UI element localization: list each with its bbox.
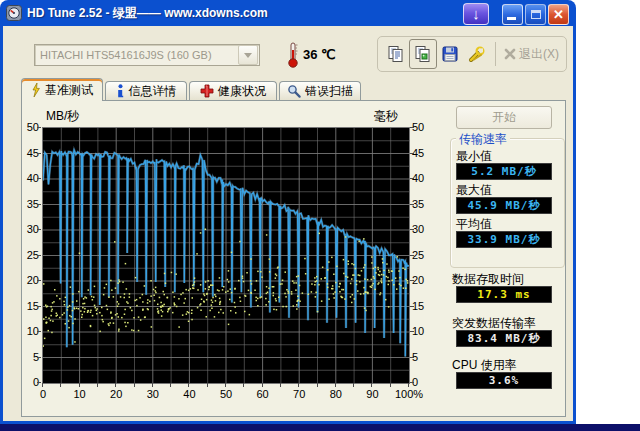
- x-axis-tick-label: 30: [136, 388, 170, 400]
- left-axis-tick: [37, 204, 41, 205]
- right-axis-tick: [410, 357, 414, 358]
- right-axis-tick: [410, 255, 414, 256]
- drive-selector-value: HITACHI HTS541616J9S (160 GB): [35, 49, 238, 61]
- right-axis-tick: [410, 127, 414, 128]
- right-axis-tick-label: 50: [412, 121, 438, 133]
- x-axis-tick: [225, 383, 226, 387]
- copy-screenshot-button[interactable]: [409, 39, 436, 69]
- chevron-down-icon: [244, 53, 252, 58]
- right-axis-tick: [410, 178, 414, 179]
- left-axis-title: MB/秒: [46, 108, 79, 125]
- x-axis-tick: [188, 383, 189, 387]
- combo-dropdown-button[interactable]: [238, 45, 258, 65]
- benchmark-plot-canvas: [43, 128, 409, 383]
- tab-benchmark-label: 基准测试: [45, 82, 93, 99]
- x-axis-tick: [371, 383, 372, 387]
- copy-icon: [387, 45, 405, 63]
- x-axis-tick: [170, 383, 171, 387]
- min-value-display: 5.2 MB/秒: [456, 163, 552, 180]
- exit-x-icon: [503, 47, 517, 61]
- right-axis-tick: [410, 153, 414, 154]
- tab-benchmark[interactable]: 基准测试: [21, 78, 103, 101]
- x-axis-tick: [280, 383, 281, 387]
- x-axis-tick: [243, 383, 244, 387]
- close-button[interactable]: ✕: [548, 4, 569, 25]
- x-axis-tick-label: 80: [319, 388, 353, 400]
- hd-tune-window: HD Tune 2.52 - 绿盟—— www.xdowns.com ↓ ✕: [0, 0, 576, 424]
- magnifier-icon: [287, 84, 301, 98]
- client-area: HITACHI HTS541616J9S (160 GB) 36 ℃: [3, 26, 573, 421]
- info-icon: [116, 84, 125, 98]
- save-button[interactable]: [437, 39, 464, 69]
- right-axis-title: 毫秒: [374, 108, 398, 125]
- avg-value-display: 33.9 MB/秒: [456, 231, 552, 248]
- toolbar: 退出(X): [377, 36, 567, 72]
- right-axis-tick-label: 45: [412, 147, 438, 159]
- download-arrow-button[interactable]: ↓: [463, 3, 489, 25]
- x-axis-tick-label: 20: [99, 388, 133, 400]
- left-axis-tick: [37, 280, 41, 281]
- tab-info-label: 信息详情: [129, 83, 177, 100]
- copy-button[interactable]: [382, 39, 409, 69]
- lightning-icon: [31, 83, 41, 97]
- minimize-icon: [507, 17, 516, 20]
- health-cross-icon: [200, 84, 214, 98]
- maximize-button[interactable]: [525, 4, 546, 25]
- x-axis-tick: [353, 383, 354, 387]
- titlebar[interactable]: HD Tune 2.52 - 绿盟—— www.xdowns.com ↓ ✕: [0, 0, 576, 26]
- x-axis-tick-label: 0: [26, 388, 60, 400]
- toolbar-separator: [495, 42, 496, 66]
- x-axis-tick: [390, 383, 391, 387]
- exit-button[interactable]: 退出(X): [500, 39, 562, 69]
- tab-health[interactable]: 健康状况: [189, 81, 277, 100]
- tab-error[interactable]: 错误扫描: [279, 81, 361, 100]
- download-arrow-icon: ↓: [472, 4, 480, 24]
- start-button-label: 开始: [492, 109, 516, 126]
- drive-selector[interactable]: HITACHI HTS541616J9S (160 GB): [34, 44, 260, 66]
- x-axis-tick: [298, 383, 299, 387]
- transfer-rate-group-title: 传输速率: [456, 131, 510, 148]
- right-axis-tick-label: 30: [412, 223, 438, 235]
- left-axis-tick: [37, 255, 41, 256]
- right-axis-tick-label: 5: [412, 351, 438, 363]
- x-axis-tick: [262, 383, 263, 387]
- x-axis-tick: [42, 383, 43, 387]
- left-axis-tick: [37, 229, 41, 230]
- left-axis-tick: [37, 127, 41, 128]
- app-icon: [6, 5, 22, 21]
- copy-image-icon: [414, 45, 432, 63]
- x-axis-tick: [207, 383, 208, 387]
- bottom-screen-edge: [0, 424, 640, 431]
- tab-info[interactable]: 信息详情: [105, 81, 187, 100]
- temperature-value: 36 ℃: [303, 47, 336, 62]
- window-title: HD Tune 2.52 - 绿盟—— www.xdowns.com: [27, 5, 268, 22]
- x-axis-tick-label: 60: [246, 388, 280, 400]
- x-axis-tick: [97, 383, 98, 387]
- right-axis-tick-label: 10: [412, 325, 438, 337]
- x-axis-tick-label: 70: [282, 388, 316, 400]
- exit-label: 退出(X): [519, 46, 559, 63]
- left-axis-tick: [37, 306, 41, 307]
- x-axis-tick: [115, 383, 116, 387]
- x-axis-tick: [134, 383, 135, 387]
- save-floppy-icon: [441, 45, 459, 63]
- start-button[interactable]: 开始: [456, 106, 552, 129]
- right-axis-tick-label: 40: [412, 172, 438, 184]
- right-axis-tick-label: 25: [412, 249, 438, 261]
- right-axis-tick-label: 20: [412, 274, 438, 286]
- left-axis-tick: [37, 153, 41, 154]
- options-button[interactable]: [464, 39, 491, 69]
- x-axis-tick-label: 100%: [392, 388, 426, 400]
- x-axis-tick: [408, 383, 409, 387]
- access-time-display: 17.3 ms: [456, 286, 552, 303]
- right-axis-tick: [410, 331, 414, 332]
- maximize-icon: [531, 10, 541, 19]
- x-axis-tick-label: 40: [172, 388, 206, 400]
- screen: HD Tune 2.52 - 绿盟—— www.xdowns.com ↓ ✕: [0, 0, 640, 431]
- minimize-button[interactable]: [502, 4, 523, 25]
- left-axis-tick: [37, 382, 41, 383]
- right-axis-tick: [410, 382, 414, 383]
- left-axis-tick: [37, 178, 41, 179]
- thermometer-icon: [287, 42, 299, 68]
- right-axis-tick: [410, 280, 414, 281]
